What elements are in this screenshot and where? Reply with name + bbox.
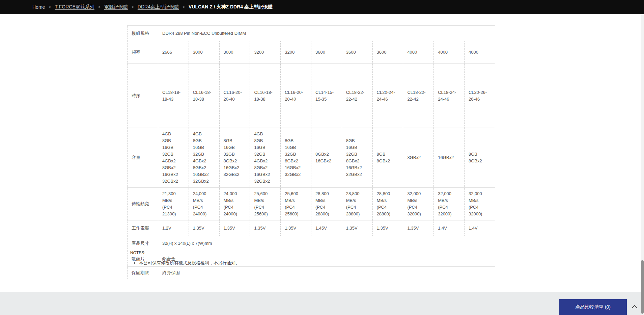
spec-row: 容量4GB 8GB 16GB 32GB 4GBx2 8GBx2 16GBx2 3… bbox=[128, 128, 495, 188]
spec-cell: CL18-24- 24-46 bbox=[434, 64, 465, 128]
breadcrumb-link[interactable]: Home bbox=[32, 4, 45, 10]
spec-row-label: 工作電壓 bbox=[128, 220, 158, 236]
breadcrumb-link[interactable]: DDR4桌上型記憶體 bbox=[138, 4, 179, 10]
spec-cell: 3000 bbox=[219, 41, 250, 64]
spec-cell: 1.2V bbox=[158, 220, 189, 236]
breadcrumb-separator: > bbox=[49, 5, 51, 9]
spec-row-label: 保固期限 bbox=[128, 267, 158, 279]
spec-cell: CL14-15- 15-35 bbox=[311, 64, 342, 128]
spec-cell: 8GB 8GBx2 bbox=[372, 128, 403, 188]
spec-cell: 32,000 MB/s (PC4 32000) bbox=[464, 188, 495, 220]
spec-cell: 4000 bbox=[434, 41, 465, 64]
bottom-bar bbox=[0, 292, 644, 315]
spec-cell: 28,800 MB/s (PC4 28800) bbox=[311, 188, 342, 220]
spec-cell: CL16-20- 20-40 bbox=[281, 64, 311, 128]
spec-cell: CL20-26- 26-46 bbox=[464, 64, 495, 128]
notes-title: NOTES: bbox=[130, 251, 240, 255]
spec-cell: 28,800 MB/s (PC4 28800) bbox=[372, 188, 403, 220]
spec-cell: 32,000 MB/s (PC4 32000) bbox=[434, 188, 465, 220]
spec-cell: CL16-20- 20-40 bbox=[219, 64, 250, 128]
spec-cell: 8GB 16GB 32GB 8GBx2 16GBx2 32GBx2 bbox=[281, 128, 311, 188]
spec-cell: 8GB 16GB 32GB 8GBx2 16GBx2 32GBx2 bbox=[342, 128, 372, 188]
spec-cell: CL18-22- 22-42 bbox=[342, 64, 372, 128]
spec-cell: 25,600 MB/s (PC4 25600) bbox=[281, 188, 311, 220]
notes-list: 本公司保有修改所有樣式及規格權利，不另行通知。 bbox=[130, 260, 240, 266]
spec-cell: 32,000 MB/s (PC4 32000) bbox=[403, 188, 434, 220]
spec-cell: 1.35V bbox=[219, 220, 250, 236]
spec-cell: 4GB 8GB 16GB 32GB 4GBx2 8GBx2 16GBx2 32G… bbox=[158, 128, 189, 188]
spec-cell: 1.35V bbox=[372, 220, 403, 236]
spec-row-value: 終身保固 bbox=[158, 267, 495, 279]
spec-row: 頻率26663000300032003200360036003600400040… bbox=[128, 41, 495, 64]
breadcrumb-current: VULCAN Z / 火神Z DDR4 桌上型記憶體 bbox=[189, 4, 273, 10]
spec-cell: CL20-24- 24-46 bbox=[372, 64, 403, 128]
spec-row: 模組規格DDR4 288 Pin Non-ECC Unbuffered DIMM bbox=[128, 26, 495, 41]
spec-cell: 3600 bbox=[342, 41, 372, 64]
scrollbar-thumb[interactable] bbox=[641, 260, 644, 314]
spec-cell: 1.35V bbox=[281, 220, 311, 236]
spec-cell: 4000 bbox=[464, 41, 495, 64]
spec-row: 產品尺寸32(H) x 140(L) x 7(W)mm bbox=[128, 236, 495, 251]
spec-cell: 1.35V bbox=[189, 220, 219, 236]
breadcrumb-link[interactable]: 電競記憶體 bbox=[104, 4, 128, 10]
spec-cell: 3600 bbox=[311, 41, 342, 64]
spec-cell: 24,000 MB/s (PC4 24000) bbox=[189, 188, 219, 220]
spec-cell: 4GB 8GB 16GB 32GB 4GBx2 8GBx2 16GBx2 32G… bbox=[250, 128, 281, 188]
spec-row-label: 時序 bbox=[128, 64, 158, 128]
spec-cell: 4GB 8GB 16GB 32GB 4GBx2 8GBx2 16GBx2 32G… bbox=[189, 128, 219, 188]
spec-cell: 3200 bbox=[281, 41, 311, 64]
spec-cell: 16GBx2 bbox=[434, 128, 465, 188]
spec-cell: 1.35V bbox=[250, 220, 281, 236]
spec-cell: 24,000 MB/s (PC4 24000) bbox=[219, 188, 250, 220]
spec-row-label: 產品尺寸 bbox=[128, 236, 158, 251]
breadcrumb-bar: Home>T-FORCE電競系列>電競記憶體>DDR4桌上型記憶體>VULCAN… bbox=[0, 0, 644, 14]
spec-row: 保固期限終身保固 bbox=[128, 267, 495, 279]
spec-cell: CL18-22- 22-42 bbox=[403, 64, 434, 128]
breadcrumb-separator: > bbox=[132, 5, 134, 9]
spec-cell: 3000 bbox=[189, 41, 219, 64]
spec-cell: 1.35V bbox=[342, 220, 372, 236]
spec-row: 傳輸頻寬21,300 MB/s (PC4 21300)24,000 MB/s (… bbox=[128, 188, 495, 220]
compare-list-button[interactable]: 產品比較清單 (0) bbox=[559, 299, 627, 315]
spec-row-value: 32(H) x 140(L) x 7(W)mm bbox=[158, 236, 495, 251]
spec-row: 時序CL18-18- 18-43CL16-18- 18-38CL16-20- 2… bbox=[128, 64, 495, 128]
spec-row-value: DDR4 288 Pin Non-ECC Unbuffered DIMM bbox=[158, 26, 495, 41]
spec-cell: 3200 bbox=[250, 41, 281, 64]
spec-row-label: 容量 bbox=[128, 128, 158, 188]
spec-cell: 21,300 MB/s (PC4 21300) bbox=[158, 188, 189, 220]
spec-table: 模組規格DDR4 288 Pin Non-ECC Unbuffered DIMM… bbox=[127, 25, 495, 279]
spec-cell: 8GB 8GBx2 bbox=[464, 128, 495, 188]
spec-cell: 8GBx2 bbox=[403, 128, 434, 188]
spec-cell: CL16-18- 18-38 bbox=[189, 64, 219, 128]
note-item: 本公司保有修改所有樣式及規格權利，不另行通知。 bbox=[139, 260, 240, 266]
breadcrumb-link[interactable]: T-FORCE電競系列 bbox=[55, 4, 94, 10]
spec-row-label: 傳輸頻寬 bbox=[128, 188, 158, 220]
spec-cell: CL16-18- 18-38 bbox=[250, 64, 281, 128]
spec-cell: 1.45V bbox=[311, 220, 342, 236]
breadcrumb-separator: > bbox=[183, 5, 185, 9]
main-content: 模組規格DDR4 288 Pin Non-ECC Unbuffered DIMM… bbox=[0, 14, 644, 292]
spec-row: 工作電壓1.2V1.35V1.35V1.35V1.35V1.45V1.35V1.… bbox=[128, 220, 495, 236]
spec-cell: 1.4V bbox=[434, 220, 465, 236]
spec-cell: 25,600 MB/s (PC4 25600) bbox=[250, 188, 281, 220]
breadcrumb: Home>T-FORCE電競系列>電競記憶體>DDR4桌上型記憶體>VULCAN… bbox=[32, 4, 273, 10]
spec-cell: 8GB 16GB 32GB 8GBx2 16GBx2 32GBx2 bbox=[219, 128, 250, 188]
chevron-up-icon bbox=[631, 305, 638, 309]
spec-cell: 1.4V bbox=[464, 220, 495, 236]
spec-cell: 4000 bbox=[403, 41, 434, 64]
breadcrumb-separator: > bbox=[98, 5, 101, 9]
spec-cell: CL18-18- 18-43 bbox=[158, 64, 189, 128]
spec-cell: 2666 bbox=[158, 41, 189, 64]
scrollbar[interactable] bbox=[641, 14, 644, 315]
spec-cell: 28,800 MB/s (PC4 28800) bbox=[342, 188, 372, 220]
spec-row-label: 頻率 bbox=[128, 41, 158, 64]
notes-section: NOTES: 本公司保有修改所有樣式及規格權利，不另行通知。 bbox=[130, 251, 240, 266]
spec-row-label: 模組規格 bbox=[128, 26, 158, 41]
spec-cell: 3600 bbox=[372, 41, 403, 64]
spec-cell: 8GBx2 16GBx2 bbox=[311, 128, 342, 188]
spec-cell: 1.35V bbox=[403, 220, 434, 236]
collapse-compare-button[interactable] bbox=[631, 304, 639, 310]
